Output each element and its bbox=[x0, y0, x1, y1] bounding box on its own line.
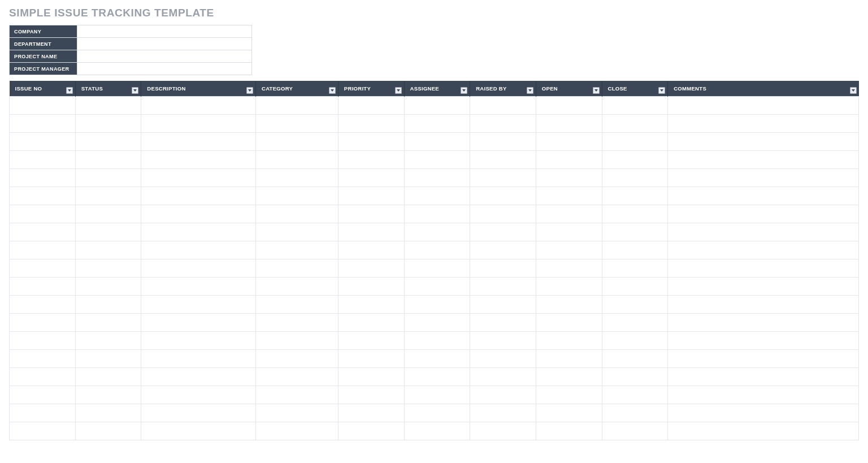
table-cell[interactable] bbox=[404, 404, 470, 422]
table-cell[interactable] bbox=[536, 404, 602, 422]
table-cell[interactable] bbox=[338, 296, 404, 314]
table-cell[interactable] bbox=[668, 133, 859, 151]
table-cell[interactable] bbox=[602, 223, 668, 241]
table-cell[interactable] bbox=[536, 278, 602, 296]
table-cell[interactable] bbox=[10, 296, 76, 314]
table-cell[interactable] bbox=[10, 151, 76, 169]
table-cell[interactable] bbox=[338, 259, 404, 278]
table-cell[interactable] bbox=[256, 151, 338, 169]
table-cell[interactable] bbox=[141, 187, 256, 205]
table-cell[interactable] bbox=[338, 386, 404, 404]
table-cell[interactable] bbox=[470, 133, 536, 151]
table-cell[interactable] bbox=[10, 241, 76, 259]
table-cell[interactable] bbox=[338, 368, 404, 386]
table-cell[interactable] bbox=[75, 296, 141, 314]
table-cell[interactable] bbox=[602, 241, 668, 259]
table-cell[interactable] bbox=[141, 205, 256, 223]
table-cell[interactable] bbox=[602, 169, 668, 187]
table-cell[interactable] bbox=[668, 314, 859, 332]
table-cell[interactable] bbox=[75, 422, 141, 440]
table-cell[interactable] bbox=[141, 332, 256, 350]
table-cell[interactable] bbox=[536, 97, 602, 115]
table-cell[interactable] bbox=[404, 115, 470, 133]
table-cell[interactable] bbox=[668, 332, 859, 350]
table-cell[interactable] bbox=[141, 368, 256, 386]
table-cell[interactable] bbox=[470, 296, 536, 314]
table-cell[interactable] bbox=[75, 223, 141, 241]
table-cell[interactable] bbox=[141, 97, 256, 115]
table-cell[interactable] bbox=[141, 115, 256, 133]
table-cell[interactable] bbox=[10, 259, 76, 278]
table-cell[interactable] bbox=[536, 169, 602, 187]
table-cell[interactable] bbox=[141, 278, 256, 296]
table-cell[interactable] bbox=[470, 368, 536, 386]
table-cell[interactable] bbox=[602, 422, 668, 440]
table-cell[interactable] bbox=[404, 169, 470, 187]
table-cell[interactable] bbox=[404, 205, 470, 223]
table-cell[interactable] bbox=[668, 97, 859, 115]
table-cell[interactable] bbox=[256, 187, 338, 205]
table-cell[interactable] bbox=[10, 314, 76, 332]
table-cell[interactable] bbox=[404, 368, 470, 386]
table-cell[interactable] bbox=[75, 350, 141, 368]
table-cell[interactable] bbox=[256, 332, 338, 350]
info-value-project-name[interactable] bbox=[77, 50, 252, 63]
info-value-department[interactable] bbox=[77, 38, 252, 50]
table-cell[interactable] bbox=[141, 350, 256, 368]
table-cell[interactable] bbox=[470, 314, 536, 332]
table-cell[interactable] bbox=[602, 97, 668, 115]
table-cell[interactable] bbox=[602, 187, 668, 205]
table-cell[interactable] bbox=[10, 97, 76, 115]
table-cell[interactable] bbox=[536, 332, 602, 350]
table-cell[interactable] bbox=[602, 332, 668, 350]
table-cell[interactable] bbox=[404, 350, 470, 368]
table-cell[interactable] bbox=[536, 223, 602, 241]
table-cell[interactable] bbox=[256, 133, 338, 151]
table-cell[interactable] bbox=[10, 422, 76, 440]
table-cell[interactable] bbox=[536, 115, 602, 133]
table-cell[interactable] bbox=[75, 169, 141, 187]
table-cell[interactable] bbox=[338, 97, 404, 115]
table-cell[interactable] bbox=[668, 422, 859, 440]
table-cell[interactable] bbox=[338, 241, 404, 259]
table-cell[interactable] bbox=[75, 133, 141, 151]
table-cell[interactable] bbox=[602, 278, 668, 296]
filter-icon-assignee[interactable] bbox=[461, 87, 467, 94]
table-cell[interactable] bbox=[141, 386, 256, 404]
table-cell[interactable] bbox=[404, 97, 470, 115]
table-cell[interactable] bbox=[256, 350, 338, 368]
table-cell[interactable] bbox=[602, 404, 668, 422]
table-cell[interactable] bbox=[470, 350, 536, 368]
table-cell[interactable] bbox=[141, 296, 256, 314]
table-cell[interactable] bbox=[338, 278, 404, 296]
table-cell[interactable] bbox=[10, 404, 76, 422]
filter-icon-category[interactable] bbox=[329, 87, 336, 94]
table-cell[interactable] bbox=[668, 350, 859, 368]
table-cell[interactable] bbox=[536, 314, 602, 332]
table-cell[interactable] bbox=[256, 169, 338, 187]
table-cell[interactable] bbox=[338, 422, 404, 440]
table-cell[interactable] bbox=[404, 386, 470, 404]
table-cell[interactable] bbox=[602, 151, 668, 169]
table-cell[interactable] bbox=[470, 422, 536, 440]
table-cell[interactable] bbox=[141, 133, 256, 151]
table-cell[interactable] bbox=[338, 404, 404, 422]
table-cell[interactable] bbox=[536, 187, 602, 205]
table-cell[interactable] bbox=[536, 386, 602, 404]
table-cell[interactable] bbox=[338, 151, 404, 169]
table-cell[interactable] bbox=[256, 115, 338, 133]
table-cell[interactable] bbox=[536, 133, 602, 151]
table-cell[interactable] bbox=[668, 386, 859, 404]
table-cell[interactable] bbox=[141, 314, 256, 332]
table-cell[interactable] bbox=[668, 241, 859, 259]
table-cell[interactable] bbox=[536, 241, 602, 259]
table-cell[interactable] bbox=[141, 404, 256, 422]
table-cell[interactable] bbox=[536, 368, 602, 386]
table-cell[interactable] bbox=[668, 404, 859, 422]
table-cell[interactable] bbox=[404, 314, 470, 332]
table-cell[interactable] bbox=[602, 350, 668, 368]
table-cell[interactable] bbox=[668, 169, 859, 187]
table-cell[interactable] bbox=[338, 314, 404, 332]
table-cell[interactable] bbox=[75, 115, 141, 133]
table-cell[interactable] bbox=[536, 296, 602, 314]
